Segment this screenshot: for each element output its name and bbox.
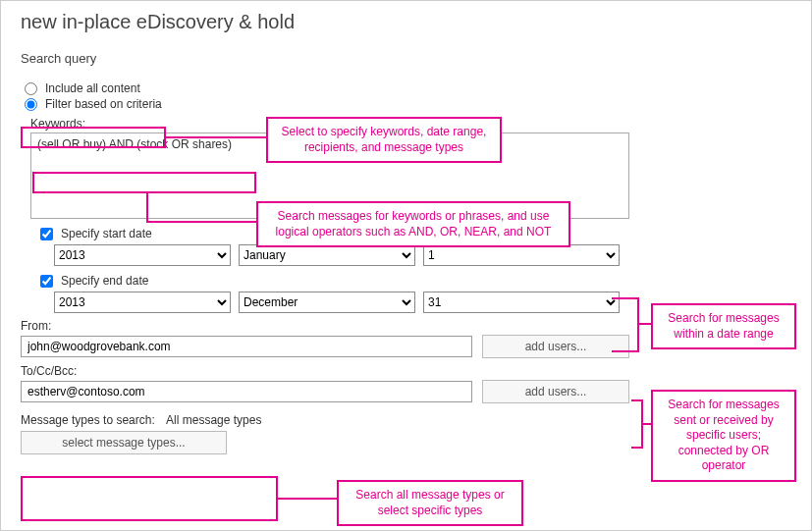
end-month-select[interactable]: December <box>239 292 415 313</box>
callout-line <box>637 323 651 325</box>
callout-line <box>612 297 639 299</box>
callout-line <box>146 193 148 223</box>
callout-users: Search for messages sent or received by … <box>651 390 796 482</box>
filter-criteria-label: Filter based on criteria <box>45 97 162 111</box>
callout-msg-types: Search all message types or select speci… <box>337 480 523 526</box>
start-day-select[interactable]: 1 <box>423 244 620 266</box>
start-year-select[interactable]: 2013 <box>54 244 231 266</box>
keywords-value: (sell OR buy) AND (stock OR shares) <box>37 137 232 151</box>
page-title: new in-place eDiscovery & hold <box>21 11 791 33</box>
callout-line <box>146 221 256 223</box>
start-month-select[interactable]: January <box>239 244 415 266</box>
to-input[interactable] <box>21 381 472 402</box>
section-heading: Search query <box>21 51 791 66</box>
callout-line <box>166 136 266 138</box>
end-year-select[interactable]: 2013 <box>54 292 231 313</box>
end-day-select[interactable]: 31 <box>423 292 620 313</box>
callout-line <box>278 498 337 500</box>
select-msg-types-button[interactable]: select message types... <box>21 431 227 454</box>
msg-types-value: All message types <box>166 413 261 427</box>
to-label: To/Cc/Bcc: <box>21 364 791 378</box>
include-all-label: Include all content <box>45 81 140 95</box>
from-input[interactable] <box>21 336 472 357</box>
filter-criteria-radio[interactable] <box>25 98 37 111</box>
from-add-users-button[interactable]: add users... <box>482 335 629 358</box>
end-date-checkbox[interactable] <box>40 275 53 288</box>
callout-line <box>637 297 639 352</box>
start-date-label: Specify start date <box>61 227 152 240</box>
msg-types-label: Message types to search: <box>21 413 155 427</box>
start-date-checkbox[interactable] <box>40 228 53 240</box>
callout-line <box>641 423 651 425</box>
callout-line <box>612 350 639 352</box>
callout-keywords: Search messages for keywords or phrases,… <box>256 201 570 247</box>
callout-dates: Search for messages within a date range <box>651 303 796 349</box>
end-date-label: Specify end date <box>61 274 148 288</box>
callout-filter: Select to specify keywords, date range, … <box>266 117 502 163</box>
highlight-msg-types <box>21 476 278 521</box>
to-add-users-button[interactable]: add users... <box>482 380 629 403</box>
include-all-radio[interactable] <box>25 82 37 95</box>
